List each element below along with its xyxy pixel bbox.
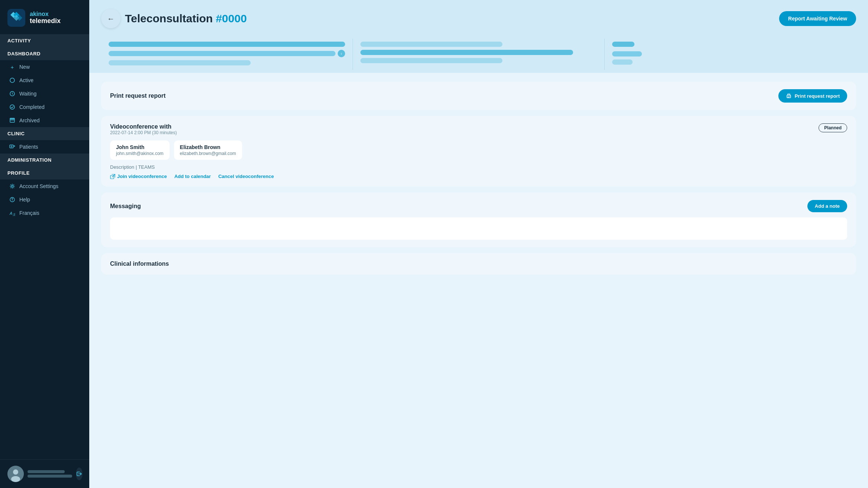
sidebar-item-waiting[interactable]: Waiting — [0, 87, 89, 100]
plus-icon: + — [9, 64, 16, 70]
info-bar-1c — [109, 60, 251, 65]
info-cards: ♀ — [101, 36, 856, 73]
print-report-card: Print request report Print request repor… — [101, 82, 856, 110]
translate-icon: A文 — [9, 210, 16, 216]
sidebar-footer — [0, 459, 89, 488]
vc-date: 2022-07-14 2:00 PM (30 minutes) — [110, 130, 177, 135]
info-bar-2c — [360, 58, 502, 63]
print-report-row: Print request report Print request repor… — [110, 89, 847, 103]
info-bar-1a — [109, 42, 345, 47]
messaging-header: Messaging Add a note — [110, 200, 847, 212]
main-content: ← Teleconsultation #0000 Report Awaiting… — [89, 0, 868, 488]
svg-point-7 — [11, 146, 12, 147]
info-bar-2b — [360, 50, 573, 55]
page-title: Teleconsultation — [125, 12, 213, 25]
print-report-title: Print request report — [110, 93, 165, 99]
participant-1-name: John Smith — [116, 144, 164, 150]
participant-2-name: Elizabeth Brown — [180, 144, 236, 150]
sidebar-item-label-active: Active — [19, 77, 33, 83]
avatar — [7, 466, 24, 482]
logo-text: akinox telemedix — [30, 11, 61, 25]
sidebar-item-archived[interactable]: Archived — [0, 114, 89, 127]
info-bar-2a — [360, 42, 502, 47]
section-administration[interactable]: ADMINISTRATION — [0, 153, 89, 167]
planned-badge: Planned — [819, 123, 847, 132]
svg-text:A: A — [9, 211, 12, 216]
check-circle-icon — [9, 104, 16, 110]
participant-1-email: john.smith@akinox.com — [116, 151, 164, 156]
info-card-1: ♀ — [101, 36, 353, 73]
add-note-button[interactable]: Add a note — [807, 200, 847, 212]
section-clinic[interactable]: CLINIC — [0, 127, 89, 140]
sidebar: akinox telemedix ACTIVITY DASHBOARD + Ne… — [0, 0, 89, 488]
sidebar-item-label-language: Français — [19, 210, 39, 216]
sidebar-item-patients[interactable]: Patients — [0, 140, 89, 153]
clinical-title: Clinical informations — [110, 261, 169, 267]
svg-point-1 — [10, 78, 15, 83]
vc-description: Description | TEAMS — [110, 164, 847, 170]
sidebar-item-help[interactable]: Help — [0, 193, 89, 206]
logo-area: akinox telemedix — [0, 0, 89, 34]
info-bar-1b-row: ♀ — [109, 50, 345, 57]
sidebar-item-label-account-settings: Account Settings — [19, 183, 58, 189]
back-button[interactable]: ← — [101, 9, 120, 28]
header-top: ← Teleconsultation #0000 Report Awaiting… — [101, 9, 856, 28]
info-card-3 — [605, 36, 856, 73]
user-role-bar — [28, 475, 72, 478]
user-info — [28, 470, 72, 478]
help-icon — [9, 196, 16, 203]
sidebar-item-label-patients: Patients — [19, 144, 38, 150]
messaging-title: Messaging — [110, 203, 141, 210]
sidebar-item-label-new: New — [19, 64, 30, 70]
content-area: Print request report Print request repor… — [89, 73, 868, 284]
svg-point-15 — [11, 476, 20, 482]
join-videoconference-link[interactable]: Join videoconference — [110, 174, 167, 179]
title-area: ← Teleconsultation #0000 — [101, 9, 247, 28]
logo-icon — [7, 9, 25, 27]
info-bar-1b — [109, 51, 335, 56]
external-link-icon — [110, 174, 115, 179]
add-to-calendar-link[interactable]: Add to calendar — [174, 174, 211, 179]
sidebar-item-active[interactable]: Active — [0, 74, 89, 87]
page-number: #0000 — [216, 12, 247, 25]
gender-badge: ♀ — [338, 50, 345, 57]
sidebar-item-completed[interactable]: Completed — [0, 100, 89, 114]
vc-header-left: Videoconference with 2022-07-14 2:00 PM … — [110, 123, 177, 135]
sidebar-item-new[interactable]: + New — [0, 60, 89, 74]
circle-icon — [9, 77, 16, 84]
participant-2-email: elizabeth.brown@gmail.com — [180, 151, 236, 156]
vc-header: Videoconference with 2022-07-14 2:00 PM … — [110, 123, 847, 135]
sidebar-item-label-help: Help — [19, 197, 30, 203]
print-report-button[interactable]: Print request report — [778, 89, 847, 103]
svg-rect-4 — [10, 119, 15, 122]
logo-subtitle: telemedix — [30, 17, 61, 25]
participants-row: John Smith john.smith@akinox.com Elizabe… — [110, 140, 847, 160]
logo-name: akinox — [30, 11, 61, 17]
sidebar-item-language[interactable]: A文 Français — [0, 206, 89, 220]
svg-point-8 — [12, 185, 13, 187]
participant-1: John Smith john.smith@akinox.com — [110, 140, 170, 160]
patients-icon — [9, 143, 16, 150]
user-name-bar — [28, 470, 65, 473]
svg-point-10 — [12, 200, 12, 201]
archive-icon — [9, 117, 16, 124]
sidebar-item-label-completed: Completed — [19, 104, 45, 110]
cancel-videoconference-link[interactable]: Cancel videoconference — [218, 174, 274, 179]
report-awaiting-review-button[interactable]: Report Awaiting Review — [779, 11, 856, 26]
svg-point-17 — [790, 96, 791, 97]
section-profile[interactable]: PROFILE — [0, 167, 89, 180]
svg-point-14 — [13, 469, 18, 475]
videoconference-card: Videoconference with 2022-07-14 2:00 PM … — [101, 116, 856, 187]
gear-icon — [9, 183, 16, 190]
svg-rect-5 — [10, 118, 15, 119]
participant-2: Elizabeth Brown elizabeth.brown@gmail.co… — [174, 140, 242, 160]
printer-icon — [786, 93, 792, 99]
svg-text:文: 文 — [13, 213, 15, 216]
section-dashboard[interactable]: DASHBOARD — [0, 47, 89, 60]
section-activity[interactable]: ACTIVITY — [0, 34, 89, 47]
message-input-area[interactable] — [110, 217, 847, 240]
vc-title: Videoconference with — [110, 123, 177, 130]
logout-button[interactable] — [76, 468, 83, 480]
svg-rect-6 — [10, 145, 13, 148]
sidebar-item-account-settings[interactable]: Account Settings — [0, 180, 89, 193]
